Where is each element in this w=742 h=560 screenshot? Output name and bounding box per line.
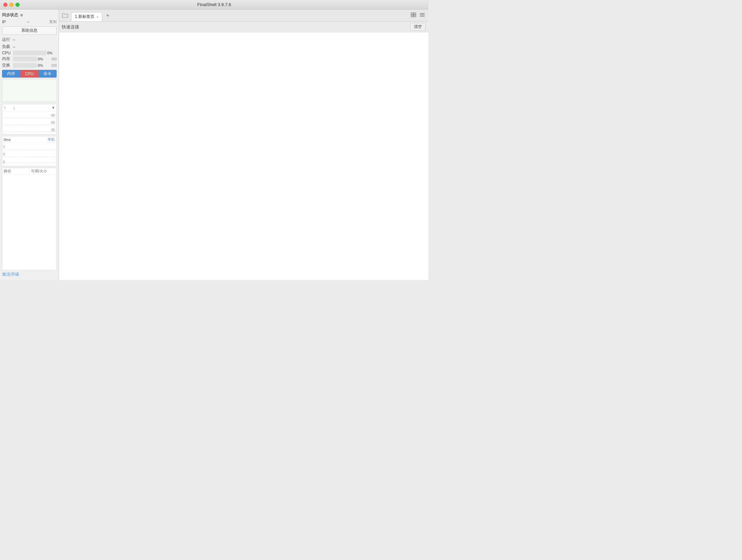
sync-label: 同步状态 [2, 12, 18, 18]
cpu-bar-container [13, 51, 47, 55]
latency-y-labels: 0 0 0 [3, 143, 5, 166]
net-dropdown-icon[interactable]: ▼ [52, 106, 55, 110]
disk-path-col: 路径 [2, 168, 30, 174]
quick-connect-bar: 快速连接 清空 [59, 22, 428, 32]
mem-metric: 内存 0% 0/0 [0, 56, 59, 62]
disk-header: 路径 可用/大小 [2, 168, 56, 175]
maximize-button[interactable] [16, 3, 20, 7]
sync-dot [20, 14, 23, 17]
workspace [59, 32, 428, 280]
cpu-label: CPU [2, 51, 12, 55]
download-arrow-icon: ↓ [13, 105, 15, 110]
disk-size-col: 可用/大小 [30, 168, 57, 174]
swap-fraction: 0/0 [47, 63, 57, 67]
net-label-3b: 3B [51, 128, 55, 132]
swap-value: 0% [38, 63, 47, 67]
mem-value: 0% [38, 57, 47, 61]
tab-cmd-button[interactable]: 命令 [38, 70, 57, 78]
cpu-metric: CPU 0% [0, 50, 59, 56]
app-body: 同步状态 IP – 复制 系统信息 运行 – 负载 – CPU 0% [0, 9, 428, 280]
lat-label-0c: 0 [3, 160, 5, 164]
lat-grid-3 [2, 163, 56, 163]
mem-bar-container [13, 57, 37, 61]
clear-button[interactable]: 清空 [410, 23, 426, 31]
minimize-button[interactable] [9, 3, 13, 7]
net-header: ↑ ↓ ▼ [2, 104, 56, 111]
tab-add-button[interactable]: + [104, 11, 112, 20]
run-row: 运行 – [0, 36, 59, 43]
list-view-button[interactable] [419, 12, 426, 19]
net-y-labels: 9B 6B 3B [50, 111, 56, 134]
net-label-9b: 9B [51, 114, 55, 117]
close-button[interactable] [3, 3, 7, 7]
latency-header: 0ms 本机 [2, 136, 56, 143]
latency-value: 0ms [4, 138, 11, 142]
metric-chart [2, 79, 57, 102]
upload-arrow-icon: ↑ [4, 105, 6, 110]
net-label-6b: 6B [51, 121, 55, 124]
sysinfo-button[interactable]: 系统信息 [2, 26, 57, 35]
lat-grid-1 [2, 150, 56, 150]
ip-value: – [27, 20, 29, 24]
latency-host[interactable]: 本机 [48, 137, 55, 142]
swap-bar-container [13, 63, 37, 68]
tab-1-close[interactable]: × [96, 15, 98, 19]
svg-rect-0 [411, 13, 413, 15]
grid-line-3 [2, 132, 56, 132]
lat-label-0a: 0 [3, 145, 5, 149]
folder-icon-button[interactable] [60, 11, 70, 20]
svg-rect-1 [414, 13, 416, 15]
sidebar-footer: 激活/升级 [0, 270, 59, 279]
ip-label: IP [2, 20, 6, 24]
run-value: – [13, 37, 15, 42]
lat-label-0b: 0 [3, 152, 5, 156]
run-label: 运行 [2, 37, 12, 43]
app-title: FinalShell 3.9.7.6 [197, 2, 231, 7]
quick-connect-label: 快速连接 [62, 24, 79, 30]
load-value: – [13, 45, 15, 49]
main-content: 1 新标签页 × + [59, 9, 428, 280]
load-row: 负载 – [0, 43, 59, 50]
activate-link[interactable]: 激活/升级 [2, 272, 19, 277]
tab-bar-right [410, 12, 426, 19]
titlebar: FinalShell 3.9.7.6 [0, 0, 428, 9]
tab-bar: 1 新标签页 × + [59, 9, 428, 22]
traffic-lights [3, 3, 20, 7]
tab-memory-button[interactable]: 内存 [2, 70, 20, 78]
swap-metric: 交换 0% 0/0 [0, 62, 59, 68]
tab-1-label: 1 新标签页 [75, 14, 94, 20]
grid-line-1 [2, 118, 56, 118]
tab-1[interactable]: 1 新标签页 × [71, 12, 102, 22]
grid-view-button[interactable] [410, 12, 417, 19]
latency-chart: 0 0 0 [2, 143, 56, 166]
svg-rect-2 [411, 15, 413, 17]
svg-rect-3 [414, 15, 416, 17]
net-chart: 9B 6B 3B [2, 111, 56, 134]
mem-label: 内存 [2, 56, 12, 62]
disk-stats: 路径 可用/大小 [2, 168, 57, 270]
lat-grid-2 [2, 157, 56, 157]
sync-status-row: 同步状态 [0, 11, 59, 19]
cpu-value: 0% [47, 51, 57, 55]
latency-stats: 0ms 本机 0 0 0 [2, 136, 57, 166]
mem-fraction: 0/0 [47, 57, 57, 61]
sidebar: 同步状态 IP – 复制 系统信息 运行 – 负载 – CPU 0% [0, 9, 59, 280]
grid-line-2 [2, 125, 56, 125]
swap-label: 交换 [2, 62, 12, 68]
metric-tabs: 内存 CPU 命令 [2, 70, 57, 78]
network-stats: ↑ ↓ ▼ 9B 6B 3B [2, 104, 57, 135]
load-label: 负载 [2, 44, 12, 50]
ip-row: IP – 复制 [0, 19, 59, 25]
tab-cpu-button[interactable]: CPU [20, 70, 38, 78]
copy-ip-button[interactable]: 复制 [49, 19, 57, 24]
